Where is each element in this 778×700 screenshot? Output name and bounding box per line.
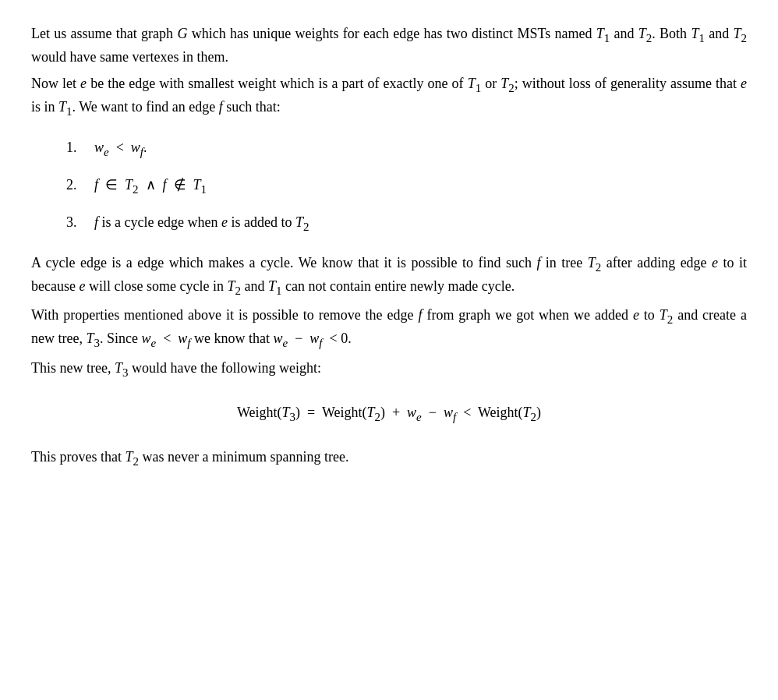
list-item-3: 3. f is a cycle edge when e is added to … — [66, 212, 747, 235]
main-content: Let us assume that graph G which has uni… — [31, 23, 747, 470]
list-content-1: we < wf. — [94, 137, 147, 161]
list-num-3: 3. — [66, 212, 94, 233]
paragraph-final: This proves that T2 was never a minimum … — [31, 447, 747, 470]
paragraph-1: Let us assume that graph G which has uni… — [31, 23, 747, 68]
list-num-2: 2. — [66, 175, 94, 196]
list-num-1: 1. — [66, 137, 94, 158]
paragraph-4: With properties mentioned above it is po… — [31, 305, 747, 352]
list-item-1: 1. we < wf. — [66, 137, 747, 161]
list-content-2: f ∈ T2 ∧ f ∉ T1 — [94, 175, 207, 198]
list-item-2: 2. f ∈ T2 ∧ f ∉ T1 — [66, 175, 747, 198]
numbered-list: 1. we < wf. 2. f ∈ T2 ∧ f ∉ T1 3. f — [66, 137, 747, 235]
paragraph-2: Now let e be the edge with smallest weig… — [31, 73, 747, 120]
equation: Weight(T3) = Weight(T2) + we − wf < Weig… — [31, 402, 747, 426]
list-content-3: f is a cycle edge when e is added to T2 — [94, 212, 309, 235]
paragraph-5: This new tree, T3 would have the followi… — [31, 358, 747, 381]
paragraph-3: A cycle edge is a edge which makes a cyc… — [31, 253, 747, 299]
